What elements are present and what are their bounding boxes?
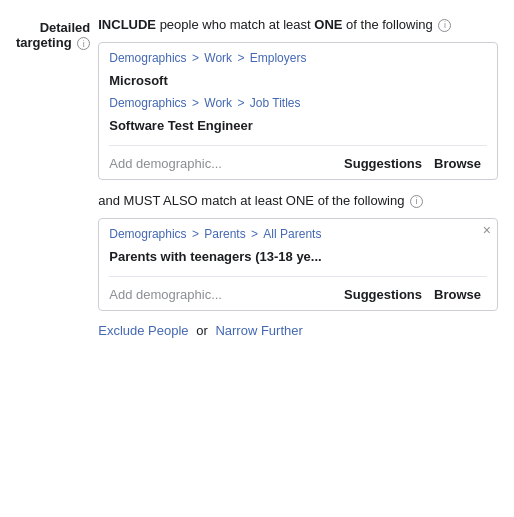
close-button[interactable]: × — [483, 223, 491, 237]
breadcrumb-employers-arrow2: > — [237, 51, 247, 65]
breadcrumb-employers: Demographics > Work > Employers — [109, 51, 487, 65]
include-info-icon[interactable]: i — [438, 19, 451, 32]
breadcrumb-jobtitles: Demographics > Work > Job Titles — [109, 96, 487, 110]
breadcrumb-parents-part2: Parents — [204, 227, 245, 241]
breadcrumb-jobtitles-part3: Job Titles — [250, 96, 301, 110]
include-targeting-box: Demographics > Work > Employers Microsof… — [98, 42, 498, 180]
breadcrumb-parents-arrow2: > — [251, 227, 261, 241]
breadcrumb-parents-part1: Demographics — [109, 227, 186, 241]
selected-parent-type: Parents with teenagers (13-18 ye... — [109, 245, 487, 272]
include-strong: INCLUDE — [98, 17, 156, 32]
box2-add-placeholder[interactable]: Add demographic... — [109, 287, 338, 302]
and-must-text: and MUST ALSO match at least ONE of the … — [98, 193, 404, 208]
detailed-targeting-section: Detailedtargeting i INCLUDE people who m… — [16, 16, 498, 338]
box1-footer: Add demographic... Suggestions Browse — [109, 150, 487, 171]
selected-employer: Microsoft — [109, 69, 487, 96]
box1-browse-button[interactable]: Browse — [428, 156, 487, 171]
left-label: Detailedtargeting i — [16, 16, 90, 338]
include-text-middle: people who match at least — [156, 17, 314, 32]
breadcrumb-parents-arrow1: > — [192, 227, 202, 241]
breadcrumb-jobtitles-part2: Work — [204, 96, 232, 110]
detailed-targeting-info-icon[interactable]: i — [77, 37, 90, 50]
breadcrumb-employers-part2: Work — [204, 51, 232, 65]
breadcrumb-employers-arrow1: > — [192, 51, 202, 65]
box2-suggestions-button[interactable]: Suggestions — [338, 287, 428, 302]
box1-suggestions-button[interactable]: Suggestions — [338, 156, 428, 171]
must-also-targeting-box: × Demographics > Parents > All Parents P… — [98, 218, 498, 311]
box1-add-placeholder[interactable]: Add demographic... — [109, 156, 338, 171]
breadcrumb-parents: Demographics > Parents > All Parents — [109, 227, 487, 241]
include-label: INCLUDE people who match at least ONE of… — [98, 16, 498, 34]
breadcrumb-jobtitles-arrow1: > — [192, 96, 202, 110]
include-text-suffix: of the following — [342, 17, 432, 32]
and-must-info-icon[interactable]: i — [410, 195, 423, 208]
exclude-people-link[interactable]: Exclude People — [98, 323, 188, 338]
breadcrumb-employers-part3: Employers — [250, 51, 307, 65]
breadcrumb-employers-part1: Demographics — [109, 51, 186, 65]
box2-browse-button[interactable]: Browse — [428, 287, 487, 302]
and-must-label: and MUST ALSO match at least ONE of the … — [98, 192, 498, 210]
breadcrumb-jobtitles-part1: Demographics — [109, 96, 186, 110]
box2-divider — [109, 276, 487, 277]
breadcrumb-parents-part3: All Parents — [263, 227, 321, 241]
selected-jobtitle: Software Test Engineer — [109, 114, 487, 141]
include-one: ONE — [314, 17, 342, 32]
bottom-links: Exclude People or Narrow Further — [98, 323, 498, 338]
or-separator: or — [196, 323, 208, 338]
narrow-further-link[interactable]: Narrow Further — [215, 323, 302, 338]
breadcrumb-jobtitles-arrow2: > — [237, 96, 247, 110]
box1-divider — [109, 145, 487, 146]
box2-footer: Add demographic... Suggestions Browse — [109, 281, 487, 302]
right-content: INCLUDE people who match at least ONE of… — [98, 16, 498, 338]
